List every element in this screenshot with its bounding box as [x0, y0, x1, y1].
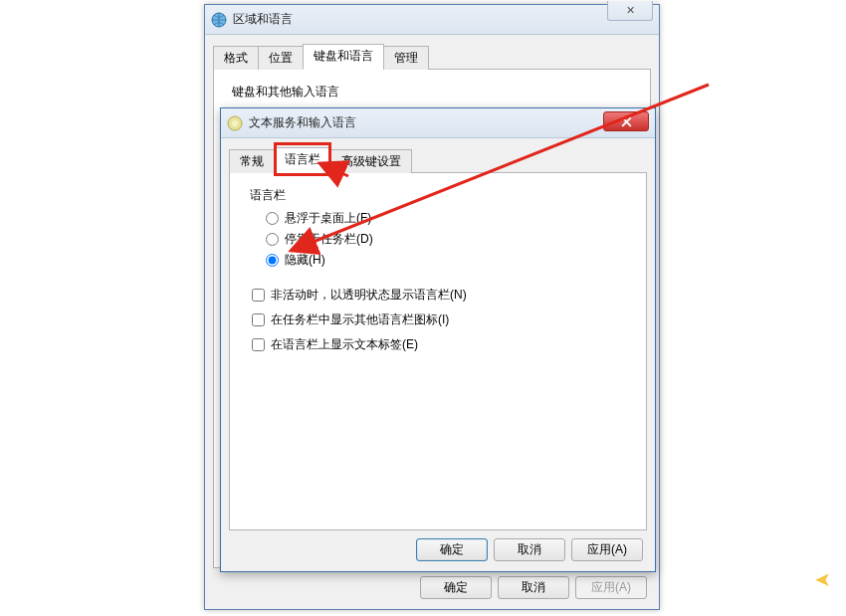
tab-general[interactable]: 常规: [229, 149, 275, 173]
parent-close-button[interactable]: ✕: [607, 1, 653, 21]
tab-admin[interactable]: 管理: [383, 46, 429, 70]
cursor-icon: ➤: [814, 567, 831, 591]
check-text-labels[interactable]: 在语言栏上显示文本标签(E): [252, 336, 628, 353]
child-ok-button[interactable]: 确定: [416, 538, 488, 561]
svg-point-2: [232, 120, 238, 126]
parent-buttons: 确定 取消 应用(A): [213, 568, 651, 601]
tab-langbar[interactable]: 语言栏: [274, 147, 331, 173]
tab-advanced[interactable]: 高级键设置: [330, 149, 412, 173]
child-title: 文本服务和输入语言: [249, 114, 356, 131]
parent-ok-button[interactable]: 确定: [420, 576, 492, 599]
radio-docked-input[interactable]: [266, 233, 279, 246]
check-text-labels-label: 在语言栏上显示文本标签(E): [271, 336, 418, 353]
text-services-window: 文本服务和输入语言 常规 语言栏 高级键设置 语言栏 悬浮于桌面上(F) 停靠于…: [220, 107, 656, 572]
check-taskbar-icons-input[interactable]: [252, 313, 265, 326]
child-body: 常规 语言栏 高级键设置 语言栏 悬浮于桌面上(F) 停靠于任务栏(D) 隐藏(…: [221, 138, 655, 571]
parent-titlebar: 区域和语言 ✕: [205, 5, 659, 35]
child-tabs: 常规 语言栏 高级键设置: [229, 146, 647, 173]
radio-hidden[interactable]: 隐藏(H): [266, 252, 628, 269]
check-taskbar-icons[interactable]: 在任务栏中显示其他语言栏图标(I): [252, 311, 628, 328]
child-close-button[interactable]: [603, 111, 649, 131]
radio-docked[interactable]: 停靠于任务栏(D): [266, 231, 628, 248]
globe-icon: [211, 12, 227, 28]
radio-float[interactable]: 悬浮于桌面上(F): [266, 210, 628, 227]
parent-tabs: 格式 位置 键盘和语言 管理: [213, 43, 651, 70]
tab-keyboards[interactable]: 键盘和语言: [303, 44, 384, 70]
child-buttons: 确定 取消 应用(A): [229, 530, 647, 563]
tab-format[interactable]: 格式: [213, 46, 259, 70]
langbar-group-label: 语言栏: [250, 187, 628, 204]
child-tabcontent: 语言栏 悬浮于桌面上(F) 停靠于任务栏(D) 隐藏(H) 非活动时，以透明状态…: [229, 173, 647, 530]
parent-cancel-button[interactable]: 取消: [498, 576, 569, 599]
radio-hidden-input[interactable]: [266, 254, 279, 267]
child-titlebar: 文本服务和输入语言: [221, 108, 655, 138]
check-transparent-label: 非活动时，以透明状态显示语言栏(N): [271, 287, 467, 304]
check-taskbar-icons-label: 在任务栏中显示其他语言栏图标(I): [271, 311, 449, 328]
radio-docked-label: 停靠于任务栏(D): [285, 231, 373, 248]
tab-location[interactable]: 位置: [258, 46, 304, 70]
check-transparent-input[interactable]: [252, 289, 265, 302]
check-text-labels-input[interactable]: [252, 338, 265, 351]
keyboard-icon: [227, 115, 243, 131]
radio-hidden-label: 隐藏(H): [285, 252, 325, 269]
child-apply-button[interactable]: 应用(A): [571, 538, 643, 561]
check-transparent[interactable]: 非活动时，以透明状态显示语言栏(N): [252, 287, 628, 304]
radio-float-label: 悬浮于桌面上(F): [285, 210, 371, 227]
parent-title: 区域和语言: [233, 11, 293, 28]
parent-group-label: 键盘和其他输入语言: [232, 84, 632, 101]
radio-float-input[interactable]: [266, 212, 279, 225]
parent-apply-button: 应用(A): [575, 576, 647, 599]
child-cancel-button[interactable]: 取消: [494, 538, 565, 561]
